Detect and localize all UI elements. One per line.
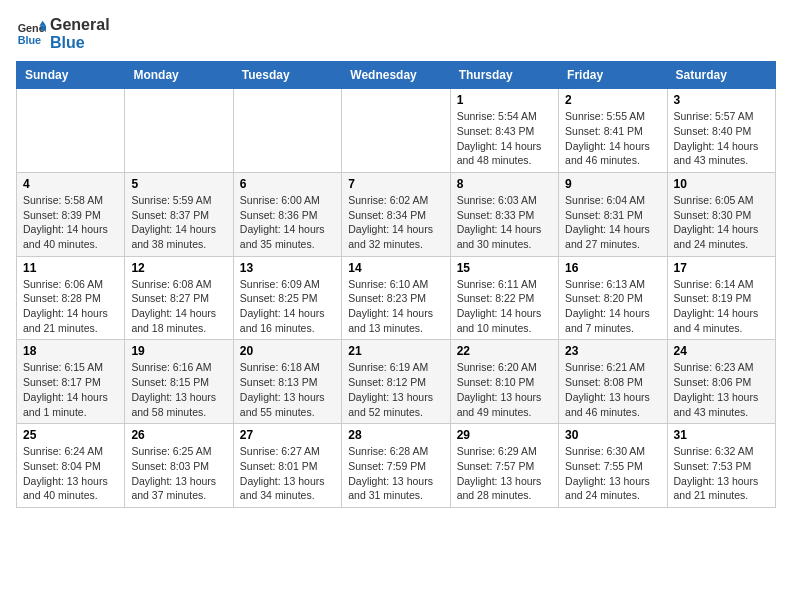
day-number: 27: [240, 428, 335, 442]
day-info: Sunrise: 6:14 AM Sunset: 8:19 PM Dayligh…: [674, 277, 769, 336]
calendar-cell: 28Sunrise: 6:28 AM Sunset: 7:59 PM Dayli…: [342, 424, 450, 508]
calendar-cell: 16Sunrise: 6:13 AM Sunset: 8:20 PM Dayli…: [559, 256, 667, 340]
calendar-cell: 2Sunrise: 5:55 AM Sunset: 8:41 PM Daylig…: [559, 89, 667, 173]
day-number: 15: [457, 261, 552, 275]
day-number: 19: [131, 344, 226, 358]
day-info: Sunrise: 6:05 AM Sunset: 8:30 PM Dayligh…: [674, 193, 769, 252]
calendar-cell: 5Sunrise: 5:59 AM Sunset: 8:37 PM Daylig…: [125, 172, 233, 256]
day-number: 25: [23, 428, 118, 442]
day-number: 5: [131, 177, 226, 191]
weekday-header-saturday: Saturday: [667, 62, 775, 89]
day-number: 3: [674, 93, 769, 107]
day-info: Sunrise: 6:32 AM Sunset: 7:53 PM Dayligh…: [674, 444, 769, 503]
day-info: Sunrise: 6:09 AM Sunset: 8:25 PM Dayligh…: [240, 277, 335, 336]
day-number: 21: [348, 344, 443, 358]
day-info: Sunrise: 6:23 AM Sunset: 8:06 PM Dayligh…: [674, 360, 769, 419]
calendar-cell: 12Sunrise: 6:08 AM Sunset: 8:27 PM Dayli…: [125, 256, 233, 340]
page-header: General Blue General Blue: [16, 16, 776, 51]
day-number: 11: [23, 261, 118, 275]
day-number: 26: [131, 428, 226, 442]
day-number: 14: [348, 261, 443, 275]
day-info: Sunrise: 6:28 AM Sunset: 7:59 PM Dayligh…: [348, 444, 443, 503]
calendar-cell: 23Sunrise: 6:21 AM Sunset: 8:08 PM Dayli…: [559, 340, 667, 424]
day-info: Sunrise: 5:57 AM Sunset: 8:40 PM Dayligh…: [674, 109, 769, 168]
weekday-header-tuesday: Tuesday: [233, 62, 341, 89]
calendar-cell: 18Sunrise: 6:15 AM Sunset: 8:17 PM Dayli…: [17, 340, 125, 424]
day-info: Sunrise: 5:59 AM Sunset: 8:37 PM Dayligh…: [131, 193, 226, 252]
calendar-cell: 30Sunrise: 6:30 AM Sunset: 7:55 PM Dayli…: [559, 424, 667, 508]
weekday-header-thursday: Thursday: [450, 62, 558, 89]
day-info: Sunrise: 6:18 AM Sunset: 8:13 PM Dayligh…: [240, 360, 335, 419]
logo-text-blue: Blue: [50, 34, 110, 52]
day-number: 10: [674, 177, 769, 191]
day-info: Sunrise: 6:02 AM Sunset: 8:34 PM Dayligh…: [348, 193, 443, 252]
svg-marker-3: [41, 25, 46, 30]
day-number: 23: [565, 344, 660, 358]
calendar-table: SundayMondayTuesdayWednesdayThursdayFrid…: [16, 61, 776, 508]
day-info: Sunrise: 6:03 AM Sunset: 8:33 PM Dayligh…: [457, 193, 552, 252]
day-number: 28: [348, 428, 443, 442]
calendar-cell: 3Sunrise: 5:57 AM Sunset: 8:40 PM Daylig…: [667, 89, 775, 173]
day-info: Sunrise: 6:29 AM Sunset: 7:57 PM Dayligh…: [457, 444, 552, 503]
logo-text-general: General: [50, 16, 110, 34]
day-number: 29: [457, 428, 552, 442]
day-number: 2: [565, 93, 660, 107]
day-info: Sunrise: 6:20 AM Sunset: 8:10 PM Dayligh…: [457, 360, 552, 419]
calendar-cell: [125, 89, 233, 173]
day-info: Sunrise: 6:11 AM Sunset: 8:22 PM Dayligh…: [457, 277, 552, 336]
week-row-4: 18Sunrise: 6:15 AM Sunset: 8:17 PM Dayli…: [17, 340, 776, 424]
day-info: Sunrise: 6:10 AM Sunset: 8:23 PM Dayligh…: [348, 277, 443, 336]
logo: General Blue General Blue: [16, 16, 110, 51]
day-info: Sunrise: 5:55 AM Sunset: 8:41 PM Dayligh…: [565, 109, 660, 168]
weekday-header-wednesday: Wednesday: [342, 62, 450, 89]
day-number: 7: [348, 177, 443, 191]
calendar-cell: 8Sunrise: 6:03 AM Sunset: 8:33 PM Daylig…: [450, 172, 558, 256]
day-info: Sunrise: 6:25 AM Sunset: 8:03 PM Dayligh…: [131, 444, 226, 503]
day-info: Sunrise: 6:00 AM Sunset: 8:36 PM Dayligh…: [240, 193, 335, 252]
calendar-cell: 14Sunrise: 6:10 AM Sunset: 8:23 PM Dayli…: [342, 256, 450, 340]
calendar-cell: 19Sunrise: 6:16 AM Sunset: 8:15 PM Dayli…: [125, 340, 233, 424]
day-number: 20: [240, 344, 335, 358]
calendar-cell: [233, 89, 341, 173]
calendar-cell: 27Sunrise: 6:27 AM Sunset: 8:01 PM Dayli…: [233, 424, 341, 508]
day-info: Sunrise: 6:06 AM Sunset: 8:28 PM Dayligh…: [23, 277, 118, 336]
calendar-cell: 11Sunrise: 6:06 AM Sunset: 8:28 PM Dayli…: [17, 256, 125, 340]
day-number: 30: [565, 428, 660, 442]
calendar-cell: 4Sunrise: 5:58 AM Sunset: 8:39 PM Daylig…: [17, 172, 125, 256]
day-number: 22: [457, 344, 552, 358]
day-info: Sunrise: 6:08 AM Sunset: 8:27 PM Dayligh…: [131, 277, 226, 336]
calendar-cell: 9Sunrise: 6:04 AM Sunset: 8:31 PM Daylig…: [559, 172, 667, 256]
day-number: 4: [23, 177, 118, 191]
calendar-cell: 26Sunrise: 6:25 AM Sunset: 8:03 PM Dayli…: [125, 424, 233, 508]
calendar-cell: 24Sunrise: 6:23 AM Sunset: 8:06 PM Dayli…: [667, 340, 775, 424]
calendar-cell: 29Sunrise: 6:29 AM Sunset: 7:57 PM Dayli…: [450, 424, 558, 508]
calendar-cell: 17Sunrise: 6:14 AM Sunset: 8:19 PM Dayli…: [667, 256, 775, 340]
week-row-2: 4Sunrise: 5:58 AM Sunset: 8:39 PM Daylig…: [17, 172, 776, 256]
calendar-cell: 13Sunrise: 6:09 AM Sunset: 8:25 PM Dayli…: [233, 256, 341, 340]
calendar-cell: [342, 89, 450, 173]
day-info: Sunrise: 6:21 AM Sunset: 8:08 PM Dayligh…: [565, 360, 660, 419]
day-info: Sunrise: 6:19 AM Sunset: 8:12 PM Dayligh…: [348, 360, 443, 419]
day-number: 24: [674, 344, 769, 358]
calendar-body: 1Sunrise: 5:54 AM Sunset: 8:43 PM Daylig…: [17, 89, 776, 508]
weekday-header-friday: Friday: [559, 62, 667, 89]
weekday-header-monday: Monday: [125, 62, 233, 89]
calendar-cell: [17, 89, 125, 173]
calendar-cell: 20Sunrise: 6:18 AM Sunset: 8:13 PM Dayli…: [233, 340, 341, 424]
calendar-cell: 6Sunrise: 6:00 AM Sunset: 8:36 PM Daylig…: [233, 172, 341, 256]
week-row-1: 1Sunrise: 5:54 AM Sunset: 8:43 PM Daylig…: [17, 89, 776, 173]
day-info: Sunrise: 6:30 AM Sunset: 7:55 PM Dayligh…: [565, 444, 660, 503]
day-number: 31: [674, 428, 769, 442]
day-number: 18: [23, 344, 118, 358]
day-number: 6: [240, 177, 335, 191]
day-number: 12: [131, 261, 226, 275]
day-info: Sunrise: 6:15 AM Sunset: 8:17 PM Dayligh…: [23, 360, 118, 419]
logo-icon: General Blue: [16, 19, 46, 49]
calendar-cell: 15Sunrise: 6:11 AM Sunset: 8:22 PM Dayli…: [450, 256, 558, 340]
day-info: Sunrise: 6:13 AM Sunset: 8:20 PM Dayligh…: [565, 277, 660, 336]
day-info: Sunrise: 6:16 AM Sunset: 8:15 PM Dayligh…: [131, 360, 226, 419]
day-info: Sunrise: 5:58 AM Sunset: 8:39 PM Dayligh…: [23, 193, 118, 252]
day-number: 17: [674, 261, 769, 275]
calendar-cell: 22Sunrise: 6:20 AM Sunset: 8:10 PM Dayli…: [450, 340, 558, 424]
day-number: 8: [457, 177, 552, 191]
